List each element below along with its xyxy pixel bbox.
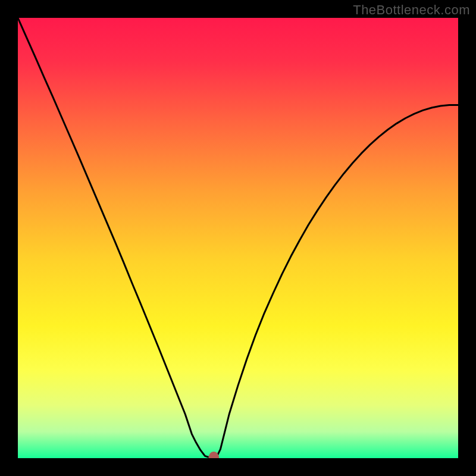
watermark-text: TheBottleneck.com [353,2,470,18]
chart-frame: TheBottleneck.com [0,0,476,476]
plot-area [18,18,458,458]
gradient-background [18,18,458,458]
chart-svg [18,18,458,458]
